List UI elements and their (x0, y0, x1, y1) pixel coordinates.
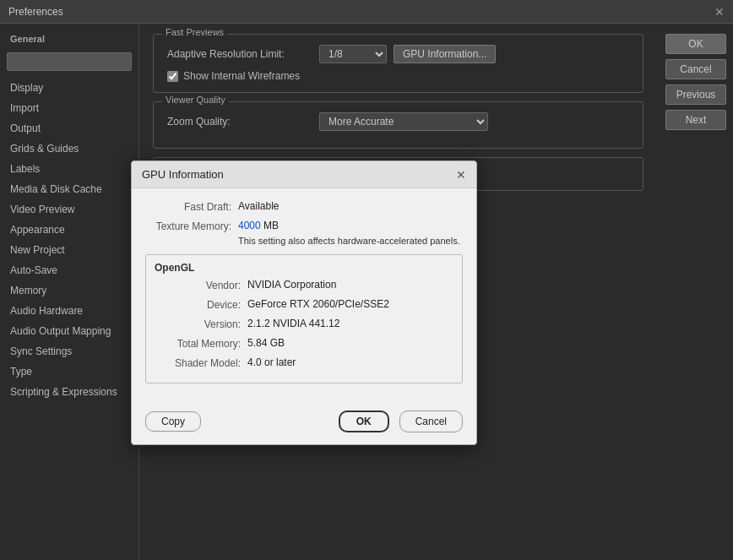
wireframes-row: Show Internal Wireframes (167, 70, 629, 82)
total-memory-label: Total Memory: (155, 337, 247, 350)
sidebar-item-type[interactable]: Type (0, 362, 138, 382)
zoom-quality-row: Zoom Quality: More Accurate Faster (167, 112, 629, 131)
title-bar-close-icon[interactable]: ✕ (713, 5, 726, 19)
gpu-info-button[interactable]: GPU Information... (394, 45, 496, 63)
sidebar-item-scripting-expressions[interactable]: Scripting & Expressions (0, 382, 138, 402)
sidebar-item-display[interactable]: Display (0, 78, 138, 98)
device-value: GeForce RTX 2060/PCIe/SSE2 (247, 298, 453, 310)
modal-footer: Copy OK Cancel (132, 402, 476, 444)
sidebar-item-appearance[interactable]: Appearance (0, 220, 138, 240)
shader-model-label: Shader Model: (155, 356, 247, 369)
sidebar-item-video-preview[interactable]: Video Preview (0, 199, 138, 220)
sidebar-item-audio-hardware[interactable]: Audio Hardware (0, 301, 138, 321)
viewer-quality-section: Viewer Quality Zoom Quality: More Accura… (153, 101, 643, 149)
fast-previews-section: Fast Previews Adaptive Resolution Limit:… (153, 34, 643, 93)
device-label: Device: (155, 298, 247, 311)
vendor-row: Vendor: NVIDIA Corporation (155, 279, 453, 291)
opengl-header: OpenGL (155, 262, 453, 274)
adaptive-res-row: Adaptive Resolution Limit: 1/8 1/4 1/2 F… (167, 45, 629, 63)
sidebar-item-audio-output-mapping[interactable]: Audio Output Mapping (0, 321, 138, 341)
modal-cancel-button[interactable]: Cancel (399, 410, 463, 432)
modal-copy-button[interactable]: Copy (145, 411, 201, 432)
sidebar-item-memory[interactable]: Memory (0, 280, 138, 301)
texture-memory-number: 4000 (238, 220, 261, 231)
next-button[interactable]: Next (665, 110, 726, 130)
modal-body: Fast Draft: Available Texture Memory: 40… (132, 188, 476, 402)
total-memory-value: 5.84 GB (247, 337, 453, 349)
texture-memory-label: Texture Memory: (145, 220, 238, 232)
show-wireframes-checkbox[interactable] (167, 71, 178, 82)
opengl-section: OpenGL Vendor: NVIDIA Corporation Device… (145, 254, 463, 383)
total-memory-row: Total Memory: 5.84 GB (155, 337, 453, 350)
sidebar-item-import[interactable]: Import (0, 98, 138, 118)
title-bar: Preferences ✕ (0, 0, 733, 24)
sidebar-item-new-project[interactable]: New Project (0, 240, 138, 260)
adaptive-res-label: Adaptive Resolution Limit: (167, 48, 319, 60)
fast-draft-row: Fast Draft: Available (145, 200, 463, 213)
modal-ok-button[interactable]: OK (339, 410, 389, 432)
modal-center-buttons: OK Cancel (339, 410, 463, 432)
title-bar-label: Preferences (8, 6, 63, 18)
modal-header: GPU Information ✕ (132, 161, 476, 188)
sidebar-item-labels[interactable]: Labels (0, 159, 138, 179)
texture-memory-row: Texture Memory: 4000 MB This setting als… (145, 220, 463, 247)
sidebar-item-sync-settings[interactable]: Sync Settings (0, 341, 138, 362)
texture-memory-unit: MB (263, 220, 279, 231)
modal-title: GPU Information (142, 168, 224, 181)
sidebar-item-media-disk-cache[interactable]: Media & Disk Cache (0, 179, 138, 199)
texture-memory-value: 4000 MB This setting also affects hardwa… (238, 220, 463, 247)
version-value: 2.1.2 NVIDIA 441.12 (247, 318, 453, 329)
fast-previews-title: Fast Previews (162, 27, 227, 37)
vendor-label: Vendor: (155, 279, 247, 291)
ok-button[interactable]: OK (665, 34, 726, 54)
adaptive-res-select[interactable]: 1/8 1/4 1/2 Full (319, 45, 387, 63)
zoom-quality-select[interactable]: More Accurate Faster (319, 112, 488, 131)
sidebar-item-auto-save[interactable]: Auto-Save (0, 260, 138, 280)
show-wireframes-label: Show Internal Wireframes (183, 70, 300, 82)
version-label: Version: (155, 318, 247, 330)
fast-draft-value: Available (238, 200, 463, 212)
version-row: Version: 2.1.2 NVIDIA 441.12 (155, 318, 453, 330)
fast-draft-label: Fast Draft: (145, 200, 238, 213)
device-row: Device: GeForce RTX 2060/PCIe/SSE2 (155, 298, 453, 311)
cancel-button[interactable]: Cancel (665, 59, 726, 79)
shader-model-value: 4.0 or later (247, 356, 453, 368)
sidebar-search[interactable] (7, 52, 132, 71)
sidebar-section-general: General (0, 30, 138, 49)
vendor-value: NVIDIA Corporation (247, 279, 453, 291)
texture-memory-note: This setting also affects hardware-accel… (238, 235, 463, 247)
sidebar-item-output[interactable]: Output (0, 118, 138, 139)
sidebar: General Display Import Output Grids & Gu… (0, 24, 139, 560)
viewer-quality-title: Viewer Quality (162, 95, 229, 105)
sidebar-item-grids-guides[interactable]: Grids & Guides (0, 139, 138, 159)
right-buttons: OK Cancel Previous Next (665, 34, 733, 130)
zoom-quality-label: Zoom Quality: (167, 116, 319, 128)
gpu-info-modal: GPU Information ✕ Fast Draft: Available … (131, 160, 477, 445)
shader-model-row: Shader Model: 4.0 or later (155, 356, 453, 369)
modal-close-button[interactable]: ✕ (456, 169, 466, 181)
previous-button[interactable]: Previous (665, 84, 726, 105)
